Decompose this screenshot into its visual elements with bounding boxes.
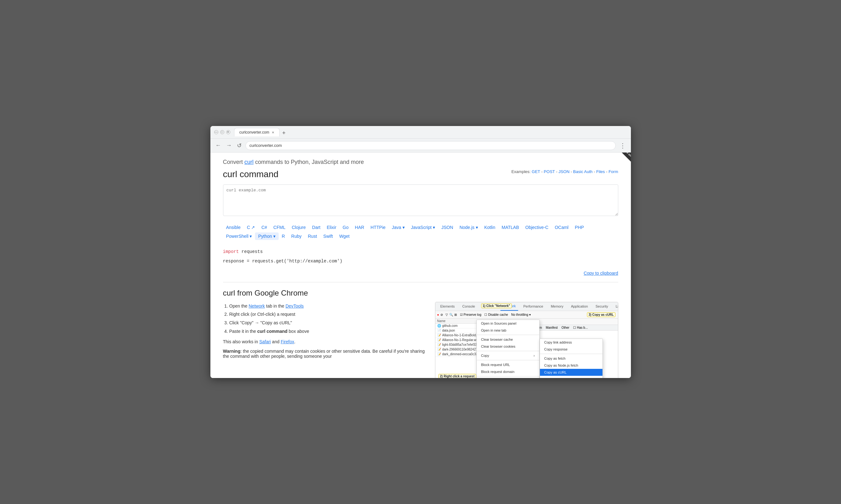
copy-response[interactable]: Copy response (540, 346, 603, 353)
example-json-link[interactable]: JSON (558, 169, 570, 174)
ctx-block-domain[interactable]: Block request domain (477, 368, 539, 375)
instruction-1: Open the Network tab in the DevTools (229, 302, 426, 310)
lang-json[interactable]: JSON (438, 223, 456, 231)
lang-clojure[interactable]: Clojure (288, 223, 309, 231)
network-link[interactable]: Network (249, 304, 265, 308)
devtools-tab-console[interactable]: Console (460, 302, 477, 311)
row-icon-dark-dimmed: 📝 (437, 353, 441, 356)
copy-as-curl[interactable]: Copy as cURL (540, 369, 603, 376)
chrome-section-title: curl from Google Chrome (223, 289, 618, 298)
lang-java[interactable]: Java ▾ (389, 223, 408, 231)
page-subtitle: Convert curl commands to Python, JavaScr… (223, 159, 618, 165)
copy-link-address[interactable]: Copy link address (540, 339, 603, 346)
example-files-link[interactable]: Files (596, 169, 605, 174)
new-tab-button[interactable]: + (280, 130, 288, 137)
devtools-tab-memory[interactable]: Memory (548, 302, 566, 311)
copy-sub-divider-1 (540, 354, 603, 354)
example-basic-auth-link[interactable]: Basic Auth (573, 169, 592, 174)
lang-httppie[interactable]: HTTPie (368, 223, 389, 231)
devtools-tab-application[interactable]: Application (568, 302, 590, 311)
lang-python[interactable]: Python ▾ (255, 232, 278, 240)
also-works-text: This also works in Safari and Firefox. (223, 339, 426, 344)
page-content: Fork me on GitHub Convert curl commands … (210, 152, 631, 378)
row-name-light: light-83dd85a7ce7efef333... (442, 343, 482, 346)
lang-ansible[interactable]: Ansible (223, 223, 244, 231)
ctx-divider-1 (477, 335, 539, 335)
step3-label: 3) Copy as cURL (587, 312, 615, 317)
copy-as-nodejs-fetch[interactable]: Copy as Node.js fetch (540, 362, 603, 369)
lang-rust[interactable]: Rust (305, 232, 320, 240)
lang-r[interactable]: R (279, 232, 288, 240)
example-form-link[interactable]: Form (608, 169, 618, 174)
examples-line: Examples: GET - POST - JSON - Basic Auth… (512, 169, 618, 174)
ctx-sort-by[interactable]: Sort By (477, 377, 539, 378)
safari-link[interactable]: Safari (260, 339, 271, 344)
example-get-link[interactable]: GET (532, 169, 540, 174)
lang-dart[interactable]: Dart (309, 223, 323, 231)
browser-menu-button[interactable]: ⋮ (618, 141, 627, 151)
minimize-button[interactable]: — (214, 130, 218, 134)
back-button[interactable]: ← (214, 141, 222, 150)
ctx-clear-cache[interactable]: Clear browser cache (477, 336, 539, 343)
forward-button[interactable]: → (225, 141, 233, 150)
lang-ruby[interactable]: Ruby (288, 232, 305, 240)
maximize-button[interactable]: □ (220, 130, 224, 134)
copy-as-fetch[interactable]: Copy as fetch (540, 355, 603, 362)
devtools-tab-lighthouse[interactable]: Lighthouse (613, 302, 618, 311)
copy-to-clipboard-link[interactable]: Copy to clipboard (223, 271, 618, 276)
section-divider (223, 282, 618, 282)
curl-input[interactable] (223, 184, 618, 216)
active-tab[interactable]: curlconverter.com ✕ (234, 128, 280, 137)
warning-text: Warning: the copied command may contain … (223, 349, 426, 359)
devtools-tab-performance[interactable]: Performance (521, 302, 545, 311)
lang-cfml[interactable]: CFML (270, 223, 288, 231)
devtools-tab-elements[interactable]: Elements (438, 302, 458, 311)
copy-all-as-fetch-sub[interactable]: Copy all as fetch (540, 376, 603, 378)
maximize-icon: □ (221, 131, 223, 133)
code-response-line: response = requests.get('http://example.… (223, 259, 342, 264)
refresh-button[interactable]: ↺ (236, 141, 243, 150)
devtools-screenshot: 1) Click "Network" Elements Console Sour… (435, 302, 618, 378)
lang-har[interactable]: HAR (352, 223, 368, 231)
row-icon-light: 📝 (437, 343, 441, 347)
ctx-clear-cookies[interactable]: Clear browser cookies (477, 343, 539, 350)
step2-label: 2) Right click a request (439, 374, 476, 378)
close-button[interactable]: ✕ (226, 130, 230, 134)
row-icon-data: 📄 (437, 329, 441, 332)
lang-powershell[interactable]: PowerShell ▾ (223, 232, 255, 240)
lang-matlab[interactable]: MATLAB (499, 223, 522, 231)
lang-csharp[interactable]: C# (258, 223, 270, 231)
devtools-tab-security[interactable]: Security (593, 302, 611, 311)
lang-wget[interactable]: Wget (336, 232, 353, 240)
lang-javascript[interactable]: JavaScript ▾ (408, 223, 438, 231)
nav-bar: ← → ↺ ⋮ (210, 139, 631, 152)
lang-go[interactable]: Go (340, 223, 352, 231)
close-icon: ✕ (227, 131, 229, 133)
lang-kotlin[interactable]: Kotlin (481, 223, 499, 231)
ctx-open-sources[interactable]: Open in Sources panel (477, 320, 539, 327)
lang-elixir[interactable]: Elixir (323, 223, 339, 231)
row-name-dark-dimmed: dark_dimmed-eecca0c33... (442, 353, 481, 356)
code-keyword-import: import (223, 249, 239, 254)
lang-php[interactable]: PHP (572, 223, 587, 231)
ctx-open-new-tab[interactable]: Open in new tab (477, 327, 539, 334)
example-post-link[interactable]: POST (544, 169, 555, 174)
lang-ocaml[interactable]: OCaml (552, 223, 572, 231)
row-name-github: github.com (442, 324, 458, 327)
lang-c[interactable]: C ↗ (244, 223, 258, 231)
firefox-link[interactable]: Firefox (281, 339, 294, 344)
code-line-2: response = requests.get('http://example.… (223, 258, 618, 265)
curl-link[interactable]: curl (245, 159, 254, 165)
lang-nodejs[interactable]: Node.js ▾ (456, 223, 481, 231)
ctx-block-url[interactable]: Block request URL (477, 361, 539, 368)
devtools-link[interactable]: DevTools (286, 304, 304, 308)
tab-close-icon[interactable]: ✕ (272, 131, 274, 134)
address-bar[interactable] (246, 141, 616, 150)
context-menu: Open in Sources panel Open in new tab Cl… (477, 320, 540, 378)
lang-swift[interactable]: Swift (320, 232, 336, 240)
ctx-copy[interactable]: Copy (477, 352, 539, 359)
code-block: import requests response = requests.get(… (223, 245, 618, 268)
lang-objective-c[interactable]: Objective-C (522, 223, 552, 231)
devtools-toolbar: Elements Console Sources Network Perform… (435, 302, 618, 311)
page-title: curl command (223, 169, 279, 179)
